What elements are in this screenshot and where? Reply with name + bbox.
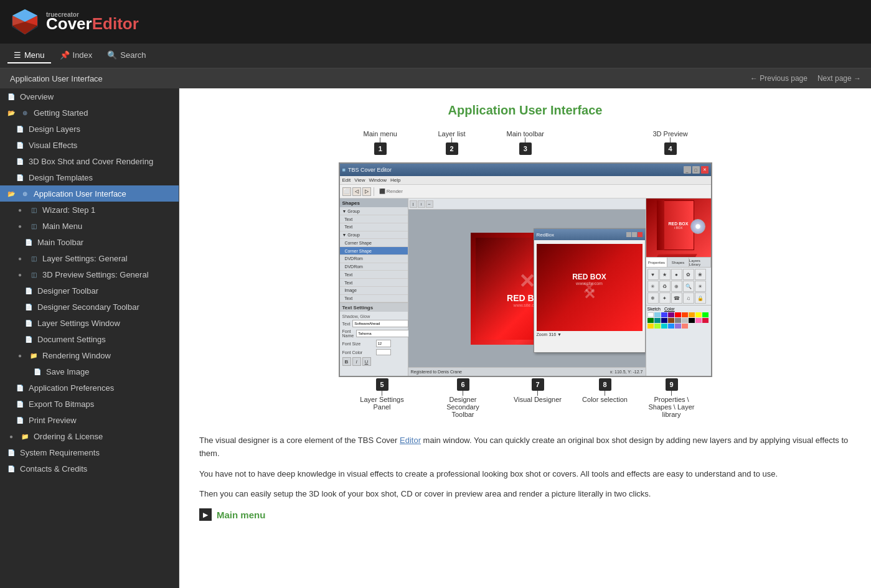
search-button[interactable]: 🔍 Search — [101, 48, 152, 63]
sim-settings-content: Shadow, Glow Text Font Name — [340, 312, 408, 368]
color-green — [647, 318, 654, 323]
logo-cube-icon — [10, 7, 40, 37]
next-page-link[interactable]: Next page → — [817, 74, 861, 83]
color-white — [647, 312, 654, 317]
callout-8-num: 8 — [599, 378, 611, 391]
sidebar-label-rendering-window: Rendering Window — [42, 351, 111, 360]
sidebar-item-wizard[interactable]: ● ◫ Wizard: Step 1 — [0, 202, 179, 218]
callout-6: 6 Designer Secondary Toolbar — [438, 378, 488, 418]
sidebar-item-app-ui[interactable]: 📂 ⊕ Application User Interface — [0, 185, 179, 202]
sidebar-label-designer-secondary: Designer Secondary Toolbar — [37, 302, 139, 312]
tab-properties[interactable]: Properties — [646, 258, 668, 267]
menu-button[interactable]: ☰ Menu — [7, 48, 51, 63]
sidebar-item-main-toolbar[interactable]: 📄 Main Toolbar — [0, 234, 179, 250]
sidebar-item-main-menu[interactable]: ● ◫ Main Menu — [0, 218, 179, 234]
bold-btn: B — [342, 357, 351, 366]
logo-text-container: truecreator CoverEditor — [46, 12, 139, 32]
tab-shapes[interactable]: Shapes — [667, 258, 689, 267]
sidebar: 📄 Overview 📂 ⊕ Getting Started 📄 Design … — [0, 88, 179, 588]
menu-file: Edit — [342, 177, 351, 183]
search-icon: 🔍 — [107, 50, 117, 60]
sim-visual-designer: ✕ RED BOX www.site.com RedBox — [408, 210, 646, 367]
sim-titlebar: ■ TBS Cover Editor _ □ ✕ — [340, 164, 711, 176]
menu-view: View — [354, 177, 365, 183]
color-navy — [661, 318, 667, 323]
sidebar-label-print-preview: Print Preview — [29, 416, 77, 425]
sim-shapes-grid: ♥ ★ ● ✿ ❀ ✳ ♻ ⊕ 🔍 ☀ ❄ ✦ — [646, 268, 711, 305]
layer-image: Image — [340, 287, 408, 295]
font-name-input[interactable] — [356, 330, 412, 337]
tb-render-label: ⬛ Render — [379, 189, 403, 194]
page-icon-mt: 📄 — [24, 237, 34, 247]
callout-1-num: 1 — [374, 142, 387, 155]
sim-titlebar-btns: _ □ ✕ — [684, 166, 709, 174]
sidebar-item-layer-settings-win[interactable]: 📄 Layer Settings Window — [0, 315, 179, 331]
callout-9-label: Properties \ Shapes \ Layer library — [644, 396, 700, 418]
shape-burst: ✦ — [659, 292, 671, 304]
main-layout: 📄 Overview 📂 ⊕ Getting Started 📄 Design … — [0, 88, 871, 588]
sidebar-item-contacts-credits[interactable]: 📄 Contacts & Credits — [0, 460, 179, 477]
popup-zoom-label: Zoom — [537, 332, 548, 337]
index-button[interactable]: 📌 Index — [54, 48, 99, 63]
3d-sub: i BOX — [669, 226, 689, 230]
sidebar-item-ordering-license[interactable]: ● 📁 Ordering & License — [0, 428, 179, 444]
circle-icon-ls: ● — [15, 253, 25, 263]
font-color-label: Font Color — [342, 350, 374, 355]
color-darkturquoise — [661, 324, 667, 329]
font-size-input[interactable] — [376, 340, 391, 347]
sidebar-item-print-preview[interactable]: 📄 Print Preview — [0, 412, 179, 428]
sim-panel-tabs: Properties Shapes Layers Library — [646, 258, 711, 268]
sidebar-item-designer-toolbar[interactable]: 📄 Designer Toolbar — [0, 282, 179, 299]
font-color-row: Font Color — [342, 349, 405, 355]
tab-library[interactable]: Layers Library — [689, 258, 711, 267]
bottom-labels-row: 5 Layer Settings Panel 6 Designer Second… — [339, 378, 712, 422]
main-menu-section: ▶ Main menu — [199, 508, 851, 521]
section-arrow-icon: ▶ — [199, 508, 212, 521]
sidebar-item-visual-effects[interactable]: 📄 Visual Effects — [0, 137, 179, 153]
sidebar-label-wizard: Wizard: Step 1 — [42, 205, 95, 215]
editor-link[interactable]: Editor — [400, 436, 421, 445]
popup-zoom-bar: Zoom 316 ▼ — [537, 332, 643, 337]
sidebar-item-overview[interactable]: 📄 Overview — [0, 88, 179, 105]
sidebar-item-export-bitmaps[interactable]: 📄 Export To Bitmaps — [0, 396, 179, 412]
sidebar-item-app-preferences[interactable]: 📄 Application Preferences — [0, 380, 179, 396]
sidebar-item-layer-settings-gen[interactable]: ● ◫ Layer Settings: General — [0, 250, 179, 266]
sim-menubar: Edit View Window Help — [340, 176, 711, 185]
sidebar-item-system-requirements[interactable]: 📄 System Requirements — [0, 444, 179, 460]
shape-sun: ☀ — [695, 281, 706, 292]
callout-8: 8 Color selection — [580, 378, 630, 403]
sidebar-item-design-templates[interactable]: 📄 Design Templates — [0, 169, 179, 185]
popup-brand-url: www.site.com — [572, 281, 606, 286]
menu-help: Help — [390, 177, 400, 183]
callout-2: Layer list 2 — [438, 130, 466, 155]
popup-star: ✕ — [572, 286, 606, 303]
sidebar-item-rendering-window[interactable]: ● 📁 Rendering Window — [0, 347, 179, 363]
folder-icon-rw: 📁 — [29, 350, 39, 360]
folder-open-icon-aui: 📂 — [6, 189, 16, 198]
shape-globe: ⊕ — [671, 281, 682, 292]
font-color-swatch — [376, 349, 391, 355]
menu-window: Window — [369, 177, 387, 183]
shape-lock: 🔒 — [695, 292, 706, 304]
shape-circle: ● — [671, 269, 682, 280]
color-orange-red — [682, 312, 688, 317]
callout-3-num: 3 — [519, 142, 532, 155]
sidebar-label-layer-settings: Layer Settings: General — [42, 254, 128, 263]
sidebar-item-designer-secondary[interactable]: 📄 Designer Secondary Toolbar — [0, 299, 179, 315]
circle-icon-rw: ● — [15, 350, 25, 360]
shape-heart: ♥ — [647, 269, 659, 280]
sidebar-item-3d-box[interactable]: 📄 3D Box Shot and Cover Rendering — [0, 153, 179, 169]
sidebar-item-getting-started[interactable]: 📂 ⊕ Getting Started — [0, 105, 179, 121]
circle-icon-3dp: ● — [15, 269, 25, 279]
sidebar-item-save-image[interactable]: 📄 Save Image — [0, 363, 179, 380]
prev-page-link[interactable]: ← Previous page — [750, 74, 807, 83]
content-para-3: Then you can easily setup the 3D look of… — [199, 488, 851, 501]
popup-min — [626, 232, 631, 237]
page-icon: 📄 — [6, 91, 16, 101]
popup-window: RedBox ✕ — [534, 228, 646, 353]
sidebar-item-design-layers[interactable]: 📄 Design Layers — [0, 121, 179, 137]
text-input[interactable] — [352, 320, 408, 327]
folder-sm-icon-w: ◫ — [29, 205, 39, 215]
sidebar-item-document-settings[interactable]: 📄 Document Settings — [0, 331, 179, 347]
sidebar-item-3d-preview-gen[interactable]: ● ◫ 3D Preview Settings: General — [0, 266, 179, 282]
